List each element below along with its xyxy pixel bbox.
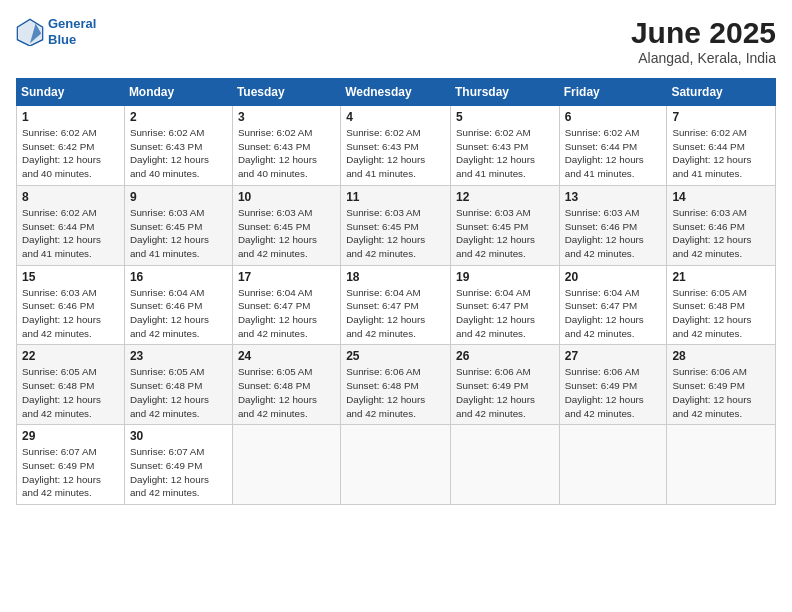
day-info: Sunrise: 6:06 AMSunset: 6:48 PMDaylight:…	[346, 365, 445, 420]
day-number: 7	[672, 110, 770, 124]
title-block: June 2025 Alangad, Kerala, India	[631, 16, 776, 66]
calendar-cell: 14Sunrise: 6:03 AMSunset: 6:46 PMDayligh…	[667, 185, 776, 265]
day-info: Sunrise: 6:04 AMSunset: 6:47 PMDaylight:…	[238, 286, 335, 341]
header-sunday: Sunday	[17, 79, 125, 106]
day-info: Sunrise: 6:05 AMSunset: 6:48 PMDaylight:…	[238, 365, 335, 420]
calendar-cell: 8Sunrise: 6:02 AMSunset: 6:44 PMDaylight…	[17, 185, 125, 265]
calendar-cell	[451, 425, 560, 505]
page-header: General Blue June 2025 Alangad, Kerala, …	[16, 16, 776, 66]
header-monday: Monday	[124, 79, 232, 106]
calendar-week-3: 15Sunrise: 6:03 AMSunset: 6:46 PMDayligh…	[17, 265, 776, 345]
calendar-cell: 29Sunrise: 6:07 AMSunset: 6:49 PMDayligh…	[17, 425, 125, 505]
main-title: June 2025	[631, 16, 776, 50]
calendar-cell: 21Sunrise: 6:05 AMSunset: 6:48 PMDayligh…	[667, 265, 776, 345]
header-tuesday: Tuesday	[232, 79, 340, 106]
calendar-cell: 10Sunrise: 6:03 AMSunset: 6:45 PMDayligh…	[232, 185, 340, 265]
calendar-cell: 30Sunrise: 6:07 AMSunset: 6:49 PMDayligh…	[124, 425, 232, 505]
logo-line2: Blue	[48, 32, 76, 47]
day-number: 23	[130, 349, 227, 363]
day-number: 4	[346, 110, 445, 124]
day-number: 14	[672, 190, 770, 204]
day-info: Sunrise: 6:03 AMSunset: 6:45 PMDaylight:…	[346, 206, 445, 261]
day-info: Sunrise: 6:05 AMSunset: 6:48 PMDaylight:…	[130, 365, 227, 420]
day-info: Sunrise: 6:04 AMSunset: 6:47 PMDaylight:…	[346, 286, 445, 341]
calendar-cell: 3Sunrise: 6:02 AMSunset: 6:43 PMDaylight…	[232, 106, 340, 186]
calendar-cell: 12Sunrise: 6:03 AMSunset: 6:45 PMDayligh…	[451, 185, 560, 265]
calendar-cell: 28Sunrise: 6:06 AMSunset: 6:49 PMDayligh…	[667, 345, 776, 425]
day-info: Sunrise: 6:02 AMSunset: 6:43 PMDaylight:…	[456, 126, 554, 181]
calendar-cell: 18Sunrise: 6:04 AMSunset: 6:47 PMDayligh…	[341, 265, 451, 345]
calendar-cell	[232, 425, 340, 505]
logo-icon	[16, 18, 44, 46]
day-number: 10	[238, 190, 335, 204]
calendar-cell: 25Sunrise: 6:06 AMSunset: 6:48 PMDayligh…	[341, 345, 451, 425]
day-number: 19	[456, 270, 554, 284]
calendar-cell: 16Sunrise: 6:04 AMSunset: 6:46 PMDayligh…	[124, 265, 232, 345]
day-number: 3	[238, 110, 335, 124]
calendar-week-2: 8Sunrise: 6:02 AMSunset: 6:44 PMDaylight…	[17, 185, 776, 265]
calendar-table: SundayMondayTuesdayWednesdayThursdayFrid…	[16, 78, 776, 505]
day-info: Sunrise: 6:02 AMSunset: 6:43 PMDaylight:…	[346, 126, 445, 181]
day-number: 30	[130, 429, 227, 443]
day-number: 24	[238, 349, 335, 363]
calendar-cell: 24Sunrise: 6:05 AMSunset: 6:48 PMDayligh…	[232, 345, 340, 425]
calendar-cell: 13Sunrise: 6:03 AMSunset: 6:46 PMDayligh…	[559, 185, 667, 265]
day-number: 13	[565, 190, 662, 204]
calendar-cell: 23Sunrise: 6:05 AMSunset: 6:48 PMDayligh…	[124, 345, 232, 425]
day-number: 18	[346, 270, 445, 284]
logo-text: General Blue	[48, 16, 96, 47]
header-wednesday: Wednesday	[341, 79, 451, 106]
day-info: Sunrise: 6:05 AMSunset: 6:48 PMDaylight:…	[672, 286, 770, 341]
day-number: 12	[456, 190, 554, 204]
day-info: Sunrise: 6:02 AMSunset: 6:42 PMDaylight:…	[22, 126, 119, 181]
day-info: Sunrise: 6:03 AMSunset: 6:45 PMDaylight:…	[456, 206, 554, 261]
calendar-cell: 4Sunrise: 6:02 AMSunset: 6:43 PMDaylight…	[341, 106, 451, 186]
day-number: 27	[565, 349, 662, 363]
day-number: 17	[238, 270, 335, 284]
calendar-cell: 22Sunrise: 6:05 AMSunset: 6:48 PMDayligh…	[17, 345, 125, 425]
day-info: Sunrise: 6:02 AMSunset: 6:43 PMDaylight:…	[238, 126, 335, 181]
day-number: 9	[130, 190, 227, 204]
header-thursday: Thursday	[451, 79, 560, 106]
day-number: 25	[346, 349, 445, 363]
day-info: Sunrise: 6:04 AMSunset: 6:47 PMDaylight:…	[565, 286, 662, 341]
calendar-cell: 27Sunrise: 6:06 AMSunset: 6:49 PMDayligh…	[559, 345, 667, 425]
day-number: 1	[22, 110, 119, 124]
day-number: 26	[456, 349, 554, 363]
day-info: Sunrise: 6:03 AMSunset: 6:46 PMDaylight:…	[22, 286, 119, 341]
calendar-cell: 2Sunrise: 6:02 AMSunset: 6:43 PMDaylight…	[124, 106, 232, 186]
day-number: 15	[22, 270, 119, 284]
calendar-cell	[341, 425, 451, 505]
day-number: 11	[346, 190, 445, 204]
calendar-week-4: 22Sunrise: 6:05 AMSunset: 6:48 PMDayligh…	[17, 345, 776, 425]
day-info: Sunrise: 6:03 AMSunset: 6:45 PMDaylight:…	[238, 206, 335, 261]
day-info: Sunrise: 6:03 AMSunset: 6:45 PMDaylight:…	[130, 206, 227, 261]
day-number: 5	[456, 110, 554, 124]
day-number: 2	[130, 110, 227, 124]
calendar-cell: 20Sunrise: 6:04 AMSunset: 6:47 PMDayligh…	[559, 265, 667, 345]
day-info: Sunrise: 6:07 AMSunset: 6:49 PMDaylight:…	[130, 445, 227, 500]
day-info: Sunrise: 6:04 AMSunset: 6:46 PMDaylight:…	[130, 286, 227, 341]
day-info: Sunrise: 6:03 AMSunset: 6:46 PMDaylight:…	[672, 206, 770, 261]
calendar-week-1: 1Sunrise: 6:02 AMSunset: 6:42 PMDaylight…	[17, 106, 776, 186]
day-info: Sunrise: 6:04 AMSunset: 6:47 PMDaylight:…	[456, 286, 554, 341]
day-info: Sunrise: 6:05 AMSunset: 6:48 PMDaylight:…	[22, 365, 119, 420]
calendar-cell: 7Sunrise: 6:02 AMSunset: 6:44 PMDaylight…	[667, 106, 776, 186]
day-number: 21	[672, 270, 770, 284]
day-number: 28	[672, 349, 770, 363]
calendar-cell: 5Sunrise: 6:02 AMSunset: 6:43 PMDaylight…	[451, 106, 560, 186]
day-info: Sunrise: 6:02 AMSunset: 6:44 PMDaylight:…	[565, 126, 662, 181]
day-number: 20	[565, 270, 662, 284]
calendar-cell: 1Sunrise: 6:02 AMSunset: 6:42 PMDaylight…	[17, 106, 125, 186]
calendar-cell: 19Sunrise: 6:04 AMSunset: 6:47 PMDayligh…	[451, 265, 560, 345]
logo: General Blue	[16, 16, 96, 47]
day-info: Sunrise: 6:06 AMSunset: 6:49 PMDaylight:…	[565, 365, 662, 420]
day-info: Sunrise: 6:02 AMSunset: 6:44 PMDaylight:…	[672, 126, 770, 181]
day-number: 16	[130, 270, 227, 284]
calendar-cell: 6Sunrise: 6:02 AMSunset: 6:44 PMDaylight…	[559, 106, 667, 186]
day-number: 29	[22, 429, 119, 443]
calendar-cell: 17Sunrise: 6:04 AMSunset: 6:47 PMDayligh…	[232, 265, 340, 345]
day-info: Sunrise: 6:07 AMSunset: 6:49 PMDaylight:…	[22, 445, 119, 500]
day-number: 8	[22, 190, 119, 204]
day-number: 6	[565, 110, 662, 124]
